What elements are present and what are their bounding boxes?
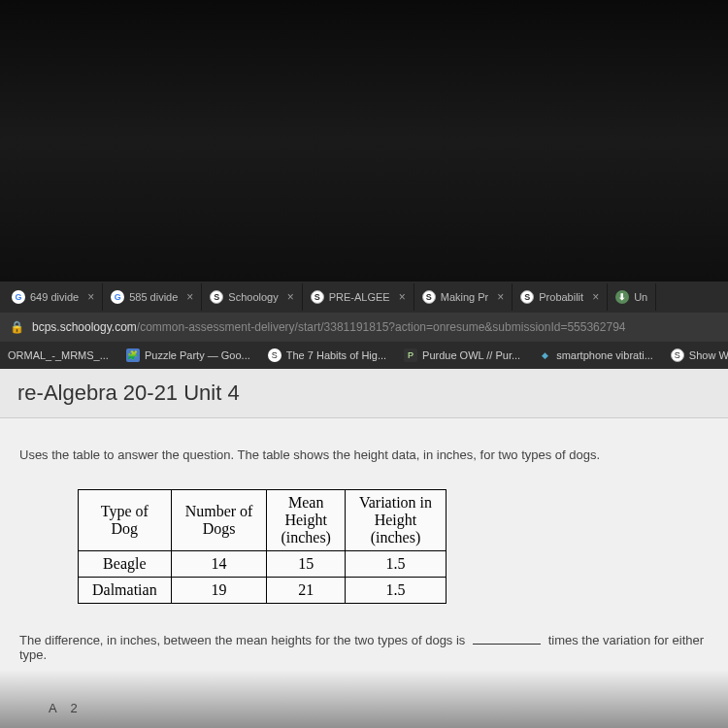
close-icon[interactable]: × <box>287 290 294 304</box>
tab-making[interactable]: S Making Pr × <box>414 283 513 311</box>
window-background-top <box>0 0 728 281</box>
bookmark-label: ORMAL_-_MRMS_... <box>8 349 109 361</box>
cell-variation: 1.5 <box>345 551 446 578</box>
cell-type: Beagle <box>79 551 172 578</box>
tab-label: Schoology <box>228 291 278 303</box>
tab-label: Probabilit <box>539 291 583 303</box>
col-number: Number ofDogs <box>171 490 267 551</box>
schoology-icon: S <box>520 290 534 304</box>
question-prompt: Uses the table to answer the question. T… <box>19 447 709 462</box>
schoology-icon: S <box>311 290 324 304</box>
schoology-icon: S <box>422 290 436 304</box>
table-row: Dalmatian 19 21 1.5 <box>79 578 447 604</box>
google-icon: G <box>111 290 124 304</box>
col-mean: MeanHeight(inches) <box>267 490 346 551</box>
tab-label: Making Pr <box>441 291 489 303</box>
tab-585-divide[interactable]: G 585 divide × <box>103 283 202 311</box>
col-variation: Variation inHeight(inches) <box>345 490 446 551</box>
bookmark-ormal[interactable]: ORMAL_-_MRMS_... <box>8 349 109 361</box>
bookmark-habits[interactable]: S The 7 Habits of Hig... <box>268 348 386 362</box>
page-header: re-Algebra 20-21 Unit 4 <box>0 369 728 418</box>
cell-number: 19 <box>171 578 267 604</box>
diamond-icon: ◆ <box>538 348 551 362</box>
cell-mean: 21 <box>267 578 346 604</box>
tab-649-divide[interactable]: G 649 divide × <box>4 283 103 311</box>
lock-icon: 🔒 <box>10 320 24 334</box>
tab-prealgebra[interactable]: S PRE-ALGEE × <box>303 283 414 311</box>
site-icon: S <box>268 348 281 362</box>
bookmark-purdue[interactable]: P Purdue OWL // Pur... <box>404 348 520 362</box>
close-icon[interactable]: × <box>497 290 504 304</box>
close-icon[interactable]: × <box>592 290 599 304</box>
bookmark-label: Show Wha <box>689 349 728 361</box>
tab-un[interactable]: ⬇ Un <box>608 283 656 311</box>
table-header-row: Type ofDog Number ofDogs MeanHeight(inch… <box>79 490 447 551</box>
bookmark-smartphone[interactable]: ◆ smartphone vibrati... <box>538 348 653 362</box>
question-content: Uses the table to answer the question. T… <box>0 418 728 728</box>
close-icon[interactable]: × <box>87 290 94 304</box>
schoology-icon: S <box>210 290 223 304</box>
browser-tabs-bar: G 649 divide × G 585 divide × S Schoolog… <box>0 281 728 313</box>
tab-label: Un <box>634 291 647 303</box>
owl-icon: P <box>404 348 417 362</box>
bookmark-label: Purdue OWL // Pur... <box>422 349 520 361</box>
tab-label: PRE-ALGEE <box>329 291 390 303</box>
tab-probability[interactable]: S Probabilit × <box>513 283 608 311</box>
bookmark-puzzle[interactable]: 🧩 Puzzle Party — Goo... <box>126 348 250 362</box>
url-text: bcps.schoology.com/common-assessment-del… <box>32 320 625 334</box>
answer-option-a[interactable]: A 2 <box>49 701 709 715</box>
bookmark-label: Puzzle Party — Goo... <box>145 349 250 361</box>
col-type: Type ofDog <box>79 490 172 551</box>
answer-blank[interactable] <box>473 644 541 645</box>
google-icon: G <box>12 290 25 304</box>
tab-schoology[interactable]: S Schoology × <box>202 283 302 311</box>
address-bar[interactable]: 🔒 bcps.schoology.com/common-assessment-d… <box>0 313 728 342</box>
tab-label: 649 divide <box>30 291 79 303</box>
table-row: Beagle 14 15 1.5 <box>79 551 447 578</box>
schoology-icon: S <box>671 348 684 362</box>
puzzle-icon: 🧩 <box>126 348 140 362</box>
site-icon: ⬇ <box>615 290 629 304</box>
tab-label: 585 divide <box>129 291 178 303</box>
cell-mean: 15 <box>267 551 346 578</box>
close-icon[interactable]: × <box>186 290 193 304</box>
bookmarks-bar: ORMAL_-_MRMS_... 🧩 Puzzle Party — Goo...… <box>0 342 728 369</box>
bookmark-label: smartphone vibrati... <box>556 349 653 361</box>
close-icon[interactable]: × <box>399 290 406 304</box>
cell-type: Dalmatian <box>79 578 172 604</box>
page-title: re-Algebra 20-21 Unit 4 <box>17 381 711 406</box>
bookmark-label: The 7 Habits of Hig... <box>286 349 386 361</box>
dog-height-table: Type ofDog Number ofDogs MeanHeight(inch… <box>78 489 447 604</box>
bookmark-show[interactable]: S Show Wha <box>671 348 728 362</box>
cell-number: 14 <box>171 551 267 578</box>
fill-blank-question: The difference, in inches, between the m… <box>19 633 709 662</box>
cell-variation: 1.5 <box>345 578 446 604</box>
